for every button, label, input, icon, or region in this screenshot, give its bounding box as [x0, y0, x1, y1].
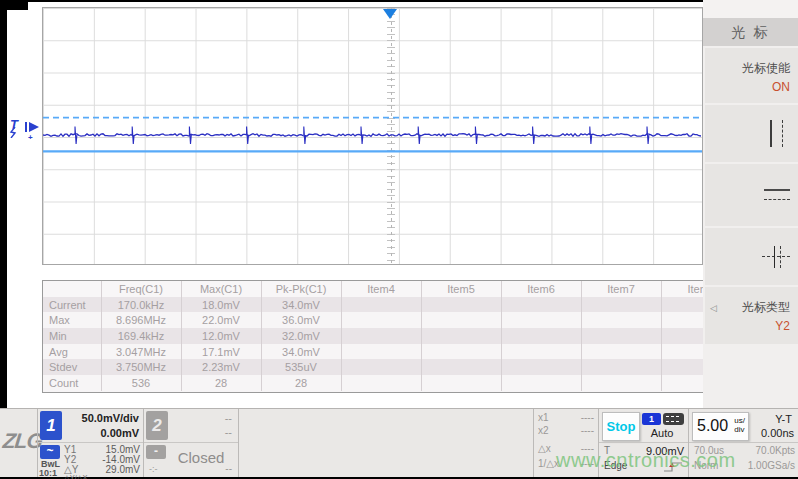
table-cell: [341, 297, 421, 313]
ch2-probe-ratio: -:-: [149, 464, 158, 474]
trigger-level-value: 9.00mV: [646, 445, 684, 457]
collapse-left-icon: ◁: [710, 303, 717, 313]
horizontal-cursors-icon: [764, 189, 790, 202]
span-depth-row: 70.0us 70.0Kpts: [694, 445, 795, 456]
table-header-cell: Item6: [501, 281, 581, 297]
table-cell: 22.0mV: [181, 312, 261, 328]
cursor-type-select-button[interactable]: ◁ 光标类型 Y2: [705, 287, 798, 344]
table-cell: 18.0mV: [181, 297, 261, 313]
cross-cursors-icon: [762, 246, 790, 268]
measurement-table: Freq(C1)Max(C1)Pk-Pk(C1)Item4Item5Item6I…: [42, 280, 703, 393]
table-row: Max8.696MHz22.0mV36.0mV: [43, 312, 703, 328]
measure-table-body: Current170.0kHz18.0mV34.0mVMax8.696MHz22…: [43, 297, 703, 391]
cursor-type-vertical-button[interactable]: [705, 105, 798, 162]
table-cell: 34.0mV: [261, 344, 341, 360]
cursor-type-value: Y2: [775, 319, 790, 333]
table-cell: [421, 312, 501, 328]
trigger-status-block[interactable]: Stop 1 Auto T 9.00mV Edge: [598, 409, 688, 477]
table-cell: 536: [101, 375, 181, 391]
run-stop-button[interactable]: Stop: [602, 412, 640, 441]
lightning-icon: [9, 127, 18, 138]
table-header-row: Freq(C1)Max(C1)Pk-Pk(C1)Item4Item5Item6I…: [43, 281, 703, 297]
vertical-cursors-icon: [770, 120, 784, 147]
table-header-cell: Item4: [341, 281, 421, 297]
channel2-badge[interactable]: 2: [146, 411, 168, 440]
x1-label: x1: [538, 412, 549, 423]
table-row: Avg3.047MHz17.1mV34.0mV: [43, 344, 703, 360]
table-cell: 34.0mV: [261, 297, 341, 313]
cursor-type-label: 光标类型: [742, 299, 790, 316]
channel1-badge[interactable]: 1: [40, 411, 62, 440]
channel1-level-arrow-icon[interactable]: [25, 121, 40, 133]
cursor-enable-button[interactable]: 光标使能 ON: [705, 48, 798, 103]
table-cell: [581, 328, 661, 344]
x2-value: ----: [581, 425, 594, 436]
table-cell: 12.0mV: [181, 328, 261, 344]
trigger-type-row: Edge: [604, 460, 683, 473]
x2-label: x2: [538, 425, 549, 436]
table-cell: 535uV: [261, 359, 341, 375]
timebase-scale-unit: us/ div: [734, 416, 745, 434]
cursor-menu-title: 光 标: [703, 18, 798, 46]
ch2-extra-value: --: [225, 463, 232, 474]
table-cell: 28: [261, 375, 341, 391]
table-header-cell: Pk-Pk(C1): [261, 281, 341, 297]
delta-x-row: △x ----: [538, 443, 594, 454]
table-cell: [341, 328, 421, 344]
trigger-position-marker[interactable]: [383, 9, 397, 19]
table-cell: 36.0mV: [261, 312, 341, 328]
ch2-offset: --: [225, 426, 232, 438]
left-bezel: [0, 0, 7, 408]
table-header-cell: Max(C1): [181, 281, 261, 297]
trigger-sweep-mode[interactable]: Auto: [639, 427, 685, 439]
slope-readout-row: △Y/△X ----: [64, 473, 140, 479]
slope-value: ----: [127, 473, 140, 479]
sidebar-top-spacer: [703, 0, 798, 18]
table-cell: 170.0kHz: [101, 297, 181, 313]
table-cell: [421, 328, 501, 344]
trigger-source-badge[interactable]: 1: [642, 413, 661, 425]
channel2-status-block[interactable]: 2 -- -- - Closed -:- --: [143, 409, 238, 477]
table-cell: [501, 375, 581, 391]
cursor-type-horizontal-button[interactable]: [705, 164, 798, 226]
timebase-status-block[interactable]: 5.00 us/ div Y-T 0.00ns 70.0us 70.0Kpts …: [688, 409, 798, 477]
sample-rate: 1.00GSa/s: [748, 460, 795, 471]
table-cell: [581, 375, 661, 391]
table-cell: 3.750MHz: [101, 359, 181, 375]
divider: [689, 442, 798, 443]
cursor-menu-sidebar: 光 标 光标使能 ON ◁ 光标类型 Y2: [703, 0, 798, 408]
table-row: Stdev3.750MHz2.23mV535uV: [43, 359, 703, 375]
table-header-cell: Item8: [661, 281, 703, 297]
table-cell: 169.4kHz: [101, 328, 181, 344]
row-label: Count: [43, 375, 101, 391]
time-span: 70.0us: [694, 445, 724, 456]
slope-label: △Y/△X: [64, 473, 88, 479]
table-cell: [581, 344, 661, 360]
inv-delta-x-row: 1/△x ----: [538, 458, 594, 469]
inv-delta-x-label: 1/△x: [538, 458, 559, 469]
table-cell: 32.0mV: [261, 328, 341, 344]
timebase-scale-button[interactable]: 5.00 us/ div: [692, 412, 749, 441]
bottom-status-bar: ZLG® 1 50.0mV/div 0.00mV ~ BwL 10:1 Y1 1…: [0, 408, 798, 477]
acq-rate-row: Norm 1.00GSa/s: [694, 460, 795, 471]
table-cell: 28: [181, 375, 261, 391]
rising-edge-icon: [663, 461, 683, 473]
x-cursor-block: x1 ---- x2 ---- △x ---- 1/△x ----: [533, 409, 598, 477]
channel1-status-block[interactable]: 1 50.0mV/div 0.00mV ~ BwL 10:1 Y1 15.0mV…: [37, 409, 143, 477]
ch1-offset: 0.00mV: [100, 427, 139, 439]
trigger-delay: 0.00ns: [761, 427, 794, 439]
trigger-level-row: T 9.00mV: [604, 445, 684, 457]
trigger-coupling-icon[interactable]: [663, 413, 684, 425]
display-mode: Y-T: [775, 413, 792, 425]
x1-value: ----: [581, 412, 594, 423]
ac-coupling-icon: ~: [40, 445, 60, 459]
divider: [599, 442, 688, 443]
table-cell: [661, 297, 703, 313]
table-cell: [421, 297, 501, 313]
table-cell: [661, 344, 703, 360]
cursor-type-cross-button[interactable]: [705, 228, 798, 285]
table-row: Count5362828: [43, 375, 703, 391]
table-header-cell: Item5: [421, 281, 501, 297]
ch1-scale: 50.0mV/div: [82, 412, 139, 424]
waveform-grid: [42, 7, 703, 265]
